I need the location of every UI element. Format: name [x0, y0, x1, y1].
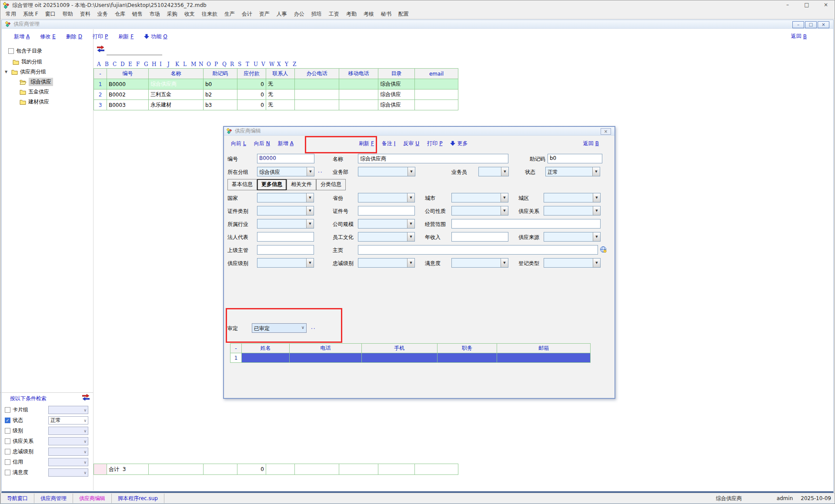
- contact-name-cell[interactable]: [242, 353, 290, 363]
- chevron-down-icon[interactable]: ▼: [407, 219, 414, 228]
- back-button[interactable]: 返回B: [583, 140, 599, 147]
- next-button[interactable]: 向后N: [254, 140, 270, 147]
- contact-title-cell[interactable]: [438, 353, 497, 363]
- maximize-button[interactable]: □: [797, 0, 816, 10]
- chevron-down-icon[interactable]: ▼: [593, 232, 600, 241]
- alphabet-letter[interactable]: F: [136, 61, 144, 67]
- chevron-down-icon[interactable]: ▼: [307, 167, 314, 176]
- tree-item-building-supply[interactable]: 建材供应: [20, 98, 49, 106]
- menu-item[interactable]: 市场: [146, 10, 164, 18]
- menu-item[interactable]: 会计: [238, 10, 256, 18]
- alphabet-letter[interactable]: J: [167, 61, 175, 67]
- chevron-down-icon[interactable]: ▼: [407, 232, 414, 241]
- alphabet-letter[interactable]: N: [199, 61, 207, 67]
- loyalty-level-select[interactable]: ▼: [358, 258, 415, 268]
- menu-item[interactable]: 配置: [395, 10, 412, 18]
- condition-select[interactable]: ∨: [48, 448, 88, 456]
- status-select[interactable]: 正常▼: [545, 167, 600, 176]
- contact-email-cell[interactable]: [497, 353, 591, 363]
- contact-phone-cell[interactable]: [290, 353, 362, 363]
- delete-button[interactable]: 删除D: [66, 33, 82, 40]
- industry-select[interactable]: ▼: [257, 219, 314, 229]
- menu-item[interactable]: 工资: [325, 10, 343, 18]
- menu-item[interactable]: 人事: [273, 10, 291, 18]
- alphabet-letter[interactable]: S: [238, 61, 246, 67]
- annual-income-input[interactable]: [451, 232, 508, 242]
- menu-item[interactable]: 往来款: [198, 10, 221, 18]
- tree-item-my-groups[interactable]: 我的分组: [13, 58, 42, 66]
- condition-checkbox[interactable]: [5, 470, 10, 475]
- chevron-down-icon[interactable]: ▼: [306, 219, 314, 228]
- menu-item[interactable]: 资料: [77, 10, 94, 18]
- name-input[interactable]: 综合供应商: [358, 154, 508, 163]
- alphabet-letter[interactable]: Y: [285, 61, 293, 67]
- print-button[interactable]: 打印P: [93, 33, 108, 40]
- condition-select[interactable]: 正常∨: [48, 416, 88, 424]
- menu-item[interactable]: 常用: [2, 10, 20, 18]
- alphabet-letter[interactable]: I: [160, 61, 167, 67]
- company-scale-select[interactable]: ▼: [358, 219, 415, 229]
- table-row[interactable]: 2B0002三利五金b20无综合供应: [94, 90, 458, 100]
- alphabet-letter[interactable]: C: [113, 61, 120, 67]
- include-subfolder-checkbox[interactable]: [8, 48, 14, 54]
- menu-item[interactable]: 资产: [256, 10, 273, 18]
- alphabet-letter[interactable]: D: [120, 61, 128, 67]
- supply-relation-select[interactable]: ▼: [544, 206, 601, 216]
- chevron-down-icon[interactable]: ▼: [501, 259, 508, 267]
- alphabet-letter[interactable]: X: [277, 61, 285, 67]
- salesman-select[interactable]: ▼: [478, 167, 509, 176]
- chevron-down-icon[interactable]: ▼: [501, 167, 508, 176]
- group-select[interactable]: 综合供应▼: [257, 167, 314, 176]
- chevron-down-icon[interactable]: ▼: [407, 259, 414, 267]
- column-header[interactable]: -: [94, 69, 107, 79]
- chevron-expanded-icon[interactable]: ▼: [5, 70, 9, 74]
- tree-item-general-supply[interactable]: 综合供应: [20, 78, 53, 86]
- alphabet-letter[interactable]: T: [246, 61, 254, 67]
- menu-item[interactable]: 生产: [221, 10, 238, 18]
- business-scope-input[interactable]: [451, 219, 601, 229]
- chevron-down-icon[interactable]: ▼: [306, 193, 314, 202]
- menu-item[interactable]: 秘书: [377, 10, 395, 18]
- alphabet-letter[interactable]: E: [128, 61, 136, 67]
- child-close-button[interactable]: ×: [818, 21, 829, 28]
- note-button[interactable]: 备注I: [382, 140, 396, 147]
- alphabet-letter[interactable]: Q: [222, 61, 230, 67]
- condition-select[interactable]: ∨: [48, 427, 88, 435]
- condition-checkbox[interactable]: [5, 428, 10, 434]
- superior-input[interactable]: [257, 245, 314, 255]
- group-browse-link[interactable]: ..: [318, 168, 323, 174]
- menu-item[interactable]: 采购: [164, 10, 181, 18]
- alphabet-letter[interactable]: A: [97, 61, 105, 67]
- dialog-tab[interactable]: 相关文件: [287, 179, 316, 190]
- province-select[interactable]: ▼: [358, 193, 415, 202]
- column-header[interactable]: 姓名: [242, 344, 290, 353]
- chevron-down-icon[interactable]: ▼: [407, 193, 414, 202]
- condition-select[interactable]: ∨: [48, 437, 88, 445]
- swap-icon[interactable]: [82, 394, 90, 401]
- table-row[interactable]: 3B0003永乐建材b30无综合供应: [94, 100, 458, 110]
- staff-culture-select[interactable]: ▼: [358, 232, 415, 242]
- alphabet-letter[interactable]: G: [144, 61, 152, 67]
- satisfaction-select[interactable]: ▼: [451, 258, 508, 268]
- dialog-tab[interactable]: 分类信息: [316, 179, 346, 190]
- alphabet-letter[interactable]: W: [269, 61, 277, 67]
- supply-source-select[interactable]: ▼: [544, 232, 601, 242]
- homepage-input[interactable]: [358, 245, 598, 255]
- alphabet-letter[interactable]: M: [191, 61, 199, 67]
- more-button[interactable]: 更多: [450, 140, 468, 147]
- column-header[interactable]: 移动电话: [339, 69, 378, 79]
- condition-select[interactable]: ∨: [48, 458, 88, 466]
- dept-select[interactable]: ▼: [358, 167, 415, 176]
- menu-item[interactable]: 招培: [308, 10, 325, 18]
- menu-item[interactable]: 窗口: [42, 10, 59, 18]
- chevron-down-icon[interactable]: ▼: [593, 206, 600, 215]
- tree-item-supplier-groups[interactable]: ▼ 供应商分组: [5, 68, 46, 76]
- prev-button[interactable]: 向前L: [231, 140, 246, 147]
- unapprove-button[interactable]: 反审U: [403, 140, 419, 147]
- chevron-down-icon[interactable]: ▼: [306, 206, 314, 215]
- dialog-tab[interactable]: 基本信息: [227, 179, 257, 190]
- column-header[interactable]: 邮箱: [497, 344, 591, 353]
- column-header[interactable]: 目录: [378, 69, 415, 79]
- company-nature-select[interactable]: ▼: [451, 206, 508, 216]
- taskbar-tab[interactable]: 供应商编辑: [73, 494, 112, 503]
